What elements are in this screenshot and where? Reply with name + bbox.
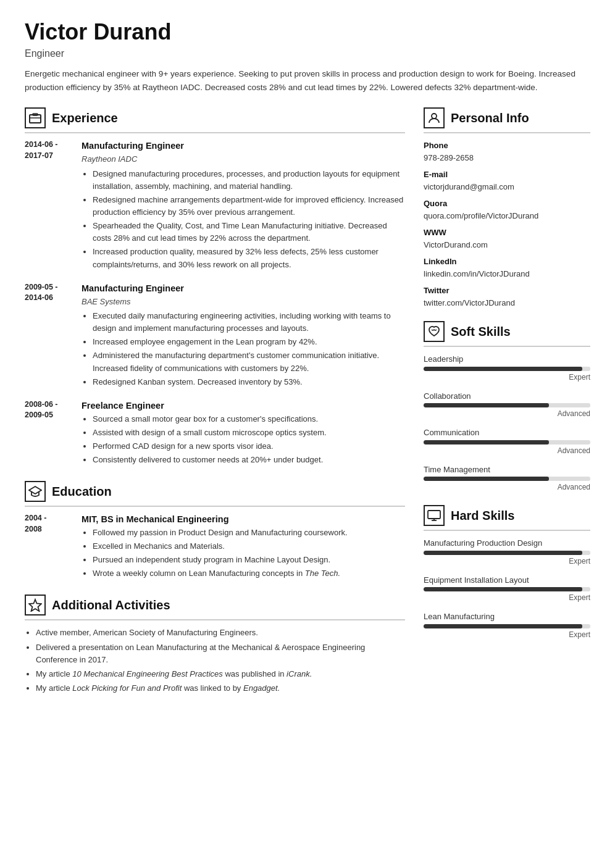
skill-level-leadership: Expert bbox=[424, 372, 590, 383]
info-label-quora: Quora bbox=[424, 198, 590, 210]
info-value-linkedin: linkedin.com/in/VictorJDurand bbox=[424, 268, 590, 280]
list-item: Redesigned Kanban system. Decreased inve… bbox=[93, 376, 405, 388]
skill-row-time-management: Time Management Advanced bbox=[424, 464, 590, 493]
soft-skills-section: Soft Skills Leadership Expert Collaborat… bbox=[424, 321, 590, 493]
list-item: My article Lock Picking for Fun and Prof… bbox=[36, 682, 405, 695]
experience-entry-1-org: Raytheon IADC bbox=[82, 153, 405, 165]
info-label-twitter: Twitter bbox=[424, 285, 590, 297]
info-row-quora: Quora quora.com/profile/VictorJDurand bbox=[424, 198, 590, 222]
resume-header: Victor Durand Engineer Energetic mechani… bbox=[25, 19, 590, 94]
svg-point-5 bbox=[432, 114, 437, 119]
svg-rect-0 bbox=[30, 115, 41, 123]
list-item: Pursued an independent study program in … bbox=[93, 554, 405, 566]
list-item: Designed manufacturing procedures, proce… bbox=[93, 168, 405, 193]
experience-entry-1-date: 2014-06 -2017-07 bbox=[25, 140, 72, 272]
soft-skills-icon bbox=[424, 321, 445, 342]
skill-level-time-management: Advanced bbox=[424, 482, 590, 493]
education-entry-1-bullets: Followed my passion in Product Design an… bbox=[82, 527, 405, 580]
info-value-phone: 978-289-2658 bbox=[424, 152, 590, 164]
skill-level-communication: Advanced bbox=[424, 445, 590, 456]
skill-bar-communication-bg bbox=[424, 440, 590, 444]
activities-section-header: Additional Activities bbox=[25, 595, 405, 620]
list-item: Performed CAD design for a new sports vi… bbox=[93, 440, 405, 453]
skill-row-communication: Communication Advanced bbox=[424, 427, 590, 456]
list-item: Spearheaded the Quality, Cost, and Time … bbox=[93, 220, 405, 244]
experience-entry-2-bullets: Executed daily manufacturing engineering… bbox=[82, 310, 405, 388]
skill-name-communication: Communication bbox=[424, 427, 590, 439]
svg-rect-6 bbox=[428, 511, 440, 519]
candidate-title: Engineer bbox=[25, 46, 590, 61]
education-title: Education bbox=[52, 482, 112, 501]
list-item: Active member, American Society of Manuf… bbox=[36, 627, 405, 639]
experience-entry-2-org: BAE Systems bbox=[82, 296, 405, 308]
skill-row-collaboration: Collaboration Advanced bbox=[424, 390, 590, 420]
experience-section: Experience 2014-06 -2017-07 Manufacturin… bbox=[25, 107, 405, 467]
education-entry-1-title: MIT, BS in Mechanical Engineering bbox=[82, 513, 405, 527]
skill-row-mfg-production: Manufacturing Production Design Expert bbox=[424, 537, 590, 567]
experience-entry-3-date: 2008-06 -2009-05 bbox=[25, 399, 72, 467]
education-icon bbox=[25, 481, 46, 502]
personal-info-section: Personal Info Phone 978-289-2658 E-mail … bbox=[424, 107, 590, 309]
skill-row-equipment-installation: Equipment Installation Layout Expert bbox=[424, 574, 590, 604]
skill-level-mfg-production: Expert bbox=[424, 556, 590, 567]
experience-entry-1: 2014-06 -2017-07 Manufacturing Engineer … bbox=[25, 140, 405, 272]
skill-bar-time-management-fill bbox=[424, 477, 549, 481]
info-value-email: victorjdurand@gmail.com bbox=[424, 181, 590, 193]
hard-skills-section: Hard Skills Manufacturing Production Des… bbox=[424, 505, 590, 640]
skill-name-equipment-installation: Equipment Installation Layout bbox=[424, 574, 590, 586]
skill-level-collaboration: Advanced bbox=[424, 408, 590, 419]
info-label-email: E-mail bbox=[424, 169, 590, 181]
candidate-name: Victor Durand bbox=[25, 19, 590, 45]
experience-section-header: Experience bbox=[25, 107, 405, 133]
candidate-summary: Energetic mechanical engineer with 9+ ye… bbox=[25, 67, 590, 94]
skill-row-lean-mfg: Lean Manufacturing Expert bbox=[424, 611, 590, 640]
skill-bar-collaboration-fill bbox=[424, 403, 549, 407]
list-item: My article 10 Mechanical Engineering Bes… bbox=[36, 668, 405, 680]
experience-entry-2-content: Manufacturing Engineer BAE Systems Execu… bbox=[82, 282, 405, 390]
soft-skills-title: Soft Skills bbox=[451, 322, 511, 341]
svg-marker-3 bbox=[29, 486, 41, 494]
hard-skills-icon bbox=[424, 505, 445, 526]
info-row-linkedin: LinkedIn linkedin.com/in/VictorJDurand bbox=[424, 256, 590, 280]
skill-bar-communication-fill bbox=[424, 440, 549, 444]
right-column: Personal Info Phone 978-289-2658 E-mail … bbox=[424, 107, 590, 708]
experience-entry-3-bullets: Sourced a small motor gear box for a cus… bbox=[82, 413, 405, 467]
education-entry-1-date: 2004 -2008 bbox=[25, 513, 72, 581]
info-row-www: WWW VictorDurand.com bbox=[424, 227, 590, 251]
info-row-phone: Phone 978-289-2658 bbox=[424, 140, 590, 164]
list-item: Consistently delivered to customer needs… bbox=[93, 454, 405, 466]
info-label-linkedin: LinkedIn bbox=[424, 256, 590, 268]
info-label-phone: Phone bbox=[424, 140, 590, 152]
skill-bar-equipment-installation-bg bbox=[424, 587, 590, 591]
activities-title: Additional Activities bbox=[52, 596, 170, 614]
activities-bullets: Active member, American Society of Manuf… bbox=[25, 627, 405, 695]
list-item: Excelled in Mechanics and Materials. bbox=[93, 540, 405, 553]
skill-row-leadership: Leadership Expert bbox=[424, 353, 590, 383]
main-columns: Experience 2014-06 -2017-07 Manufacturin… bbox=[25, 107, 590, 708]
skill-bar-mfg-production-bg bbox=[424, 551, 590, 555]
experience-entry-2-date: 2009-05 -2014-06 bbox=[25, 282, 72, 390]
list-item: Delivered a presentation on Lean Manufac… bbox=[36, 641, 405, 666]
experience-entry-3-content: Freelance Engineer Sourced a small motor… bbox=[82, 399, 405, 467]
resume-wrapper: Victor Durand Engineer Energetic mechani… bbox=[0, 0, 615, 733]
list-item: Assisted with design of a small custom m… bbox=[93, 427, 405, 439]
info-row-twitter: Twitter twitter.com/VictorJDurand bbox=[424, 285, 590, 309]
skill-bar-leadership-fill bbox=[424, 367, 582, 371]
skill-bar-collaboration-bg bbox=[424, 403, 590, 407]
skill-bar-equipment-installation-fill bbox=[424, 587, 582, 591]
skill-name-collaboration: Collaboration bbox=[424, 390, 590, 403]
info-label-www: WWW bbox=[424, 227, 590, 239]
info-row-email: E-mail victorjdurand@gmail.com bbox=[424, 169, 590, 193]
skill-bar-lean-mfg-bg bbox=[424, 624, 590, 628]
list-item: Increased employee engagement in the Lea… bbox=[93, 336, 405, 348]
list-item: Increased production quality, measured b… bbox=[93, 246, 405, 270]
list-item: Wrote a weekly column on Lean Manufactur… bbox=[93, 567, 405, 580]
experience-icon bbox=[25, 107, 46, 128]
experience-entry-1-bullets: Designed manufacturing procedures, proce… bbox=[82, 168, 405, 271]
experience-entry-3-title: Freelance Engineer bbox=[82, 399, 405, 413]
experience-entry-2-title: Manufacturing Engineer bbox=[82, 282, 405, 296]
skill-name-leadership: Leadership bbox=[424, 353, 590, 365]
skill-name-time-management: Time Management bbox=[424, 464, 590, 476]
skill-bar-time-management-bg bbox=[424, 477, 590, 481]
skill-bar-lean-mfg-fill bbox=[424, 624, 582, 628]
